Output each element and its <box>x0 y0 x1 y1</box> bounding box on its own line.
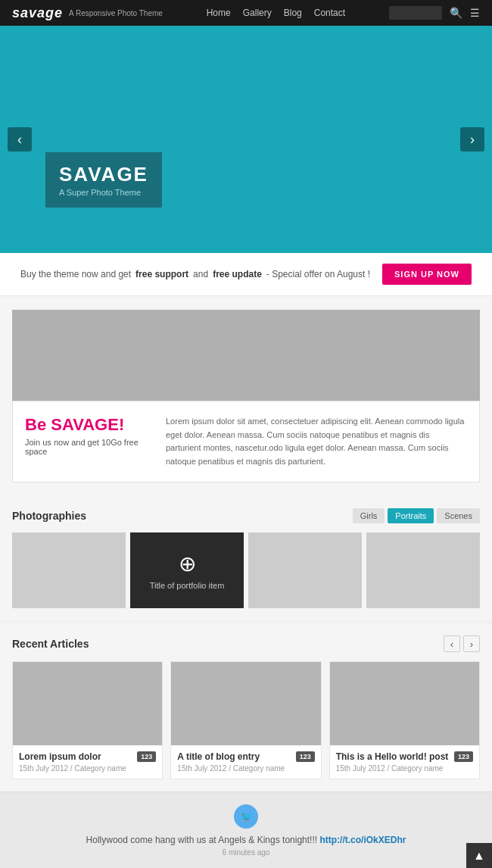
tweet-text: Hollywood come hang with us at Angels & … <box>15 835 477 845</box>
articles-next-button[interactable]: › <box>463 635 480 652</box>
promo-bar: Buy the theme now and get free support a… <box>0 253 492 296</box>
article-title-row: This is a Hello world! post 123 <box>336 751 473 762</box>
twitter-icon: 🐦 <box>234 804 258 829</box>
article-card: Lorem ipsum dolor 123 15th July 2012 / C… <box>12 661 163 779</box>
feature-card: Be SAVAGE! Join us now and get 10Go free… <box>12 401 480 482</box>
article-thumb <box>171 662 320 745</box>
portfolio-label: Title of portfolio item <box>150 581 225 590</box>
article-card: This is a Hello world! post 123 15th Jul… <box>329 661 480 779</box>
photo-item[interactable] <box>12 532 126 608</box>
article-title: A title of blog entry <box>177 751 260 762</box>
article-meta: 15th July 2012 / Category name <box>19 764 156 773</box>
tagline: A Responsive Photo Theme <box>69 9 163 17</box>
nav-gallery[interactable]: Gallery <box>243 8 272 18</box>
articles-section: Recent Articles ‹ › Lorem ipsum dolor 12… <box>0 623 492 792</box>
articles-grid: Lorem ipsum dolor 123 15th July 2012 / C… <box>12 661 480 779</box>
search-input[interactable] <box>389 6 442 20</box>
articles-header: Recent Articles ‹ › <box>12 635 480 652</box>
article-title: This is a Hello world! post <box>336 751 449 762</box>
article-badge: 123 <box>454 751 473 762</box>
article-info: Lorem ipsum dolor 123 15th July 2012 / C… <box>13 745 162 779</box>
twitter-bar: 🐦 Hollywood come hang with us at Angels … <box>0 792 492 868</box>
bird-icon: 🐦 <box>240 810 253 823</box>
hero-badge: SAVAGE A Super Photo Theme <box>45 152 162 208</box>
article-date: 15th July 2012 <box>19 764 68 773</box>
article-card: A title of blog entry 123 15th July 2012… <box>170 661 321 779</box>
photo-item-featured[interactable]: ⊕ Title of portfolio item <box>130 532 244 608</box>
logo-area: savage A Responsive Photo Theme <box>12 5 163 21</box>
promo-text1: Buy the theme now and get <box>20 269 131 279</box>
promo-bold2: free update <box>213 269 262 279</box>
hero-prev-button[interactable]: ‹ <box>8 127 32 151</box>
articles-title: Recent Articles <box>12 638 89 650</box>
photos-header: Photographies Girls Portraits Scenes <box>12 508 480 523</box>
search-icon[interactable]: 🔍 <box>450 7 462 19</box>
article-thumb <box>13 662 162 745</box>
hero-section: ‹ › SAVAGE A Super Photo Theme <box>0 26 492 253</box>
twitter-section: 🐦 Hollywood come hang with us at Angels … <box>0 792 492 868</box>
feature-section: Be SAVAGE! Join us now and get 10Go free… <box>0 296 492 496</box>
article-info: A title of blog entry 123 15th July 2012… <box>171 745 320 779</box>
filter-girls[interactable]: Girls <box>353 508 385 523</box>
photo-item[interactable] <box>248 532 362 608</box>
filter-portraits[interactable]: Portraits <box>388 508 434 523</box>
article-title-row: Lorem ipsum dolor 123 <box>19 751 156 762</box>
main-nav: Home Gallery Blog Contact <box>207 8 345 18</box>
nav-home[interactable]: Home <box>207 8 231 18</box>
filter-scenes[interactable]: Scenes <box>437 508 480 523</box>
tweet-link[interactable]: http://t.co/iOkXEDhr <box>319 835 406 845</box>
tweet-time: 6 minutes ago <box>15 848 477 857</box>
article-meta: 15th July 2012 / Category name <box>177 764 314 773</box>
photo-item[interactable] <box>366 532 480 608</box>
logo: savage <box>12 5 63 21</box>
promo-text3: - Special offer on August ! <box>266 269 370 279</box>
menu-icon[interactable]: ☰ <box>470 7 480 19</box>
article-info: This is a Hello world! post 123 15th Jul… <box>330 745 479 779</box>
photos-title: Photographies <box>12 510 86 522</box>
hero-next-button[interactable]: › <box>460 127 484 151</box>
article-category: Category name <box>74 764 126 773</box>
nav-contact[interactable]: Contact <box>314 8 345 18</box>
article-date: 15th July 2012 <box>177 764 226 773</box>
article-title-row: A title of blog entry 123 <box>177 751 314 762</box>
article-category: Category name <box>233 764 285 773</box>
nav-right: 🔍 ☰ <box>389 6 480 20</box>
article-thumb <box>330 662 479 745</box>
nav-blog[interactable]: Blog <box>284 8 302 18</box>
feature-body: Lorem ipsum dolor sit amet, consectetuer… <box>166 415 467 468</box>
filter-tabs: Girls Portraits Scenes <box>353 508 480 523</box>
article-badge: 123 <box>137 751 156 762</box>
promo-bold1: free support <box>135 269 188 279</box>
article-badge: 123 <box>296 751 315 762</box>
hero-title: SAVAGE <box>59 163 148 186</box>
photos-section: Photographies Girls Portraits Scenes ⊕ T… <box>0 496 492 620</box>
header: savage A Responsive Photo Theme Home Gal… <box>0 0 492 26</box>
article-date: 15th July 2012 <box>336 764 385 773</box>
article-meta: 15th July 2012 / Category name <box>336 764 473 773</box>
promo-text2: and <box>193 269 208 279</box>
feature-left: Be SAVAGE! Join us now and get 10Go free… <box>25 415 154 456</box>
hero-subtitle: A Super Photo Theme <box>59 188 148 197</box>
articles-nav: ‹ › <box>444 635 480 652</box>
article-category: Category name <box>391 764 443 773</box>
feature-image <box>12 310 480 401</box>
article-title: Lorem ipsum dolor <box>19 751 101 762</box>
photo-grid: ⊕ Title of portfolio item <box>12 532 480 608</box>
tweet-body: Hollywood come hang with us at Angels & … <box>86 835 320 845</box>
articles-prev-button[interactable]: ‹ <box>444 635 460 652</box>
back-to-top-button[interactable]: ▲ <box>466 843 492 868</box>
zoom-icon: ⊕ <box>179 551 196 576</box>
signup-button[interactable]: SIGN UP NOW <box>382 264 472 285</box>
feature-title: Be SAVAGE! <box>25 415 154 435</box>
feature-subtitle: Join us now and get 10Go free space <box>25 438 154 456</box>
